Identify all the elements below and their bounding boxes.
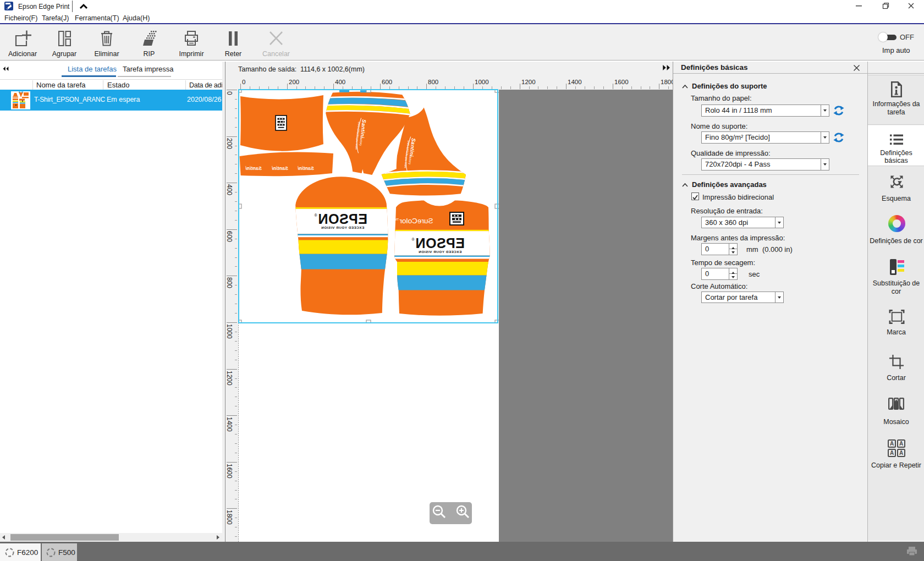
svg-text:A: A	[890, 441, 894, 447]
svg-text:A: A	[899, 441, 903, 447]
svg-text:A: A	[890, 450, 894, 456]
svg-text:A: A	[899, 450, 903, 456]
